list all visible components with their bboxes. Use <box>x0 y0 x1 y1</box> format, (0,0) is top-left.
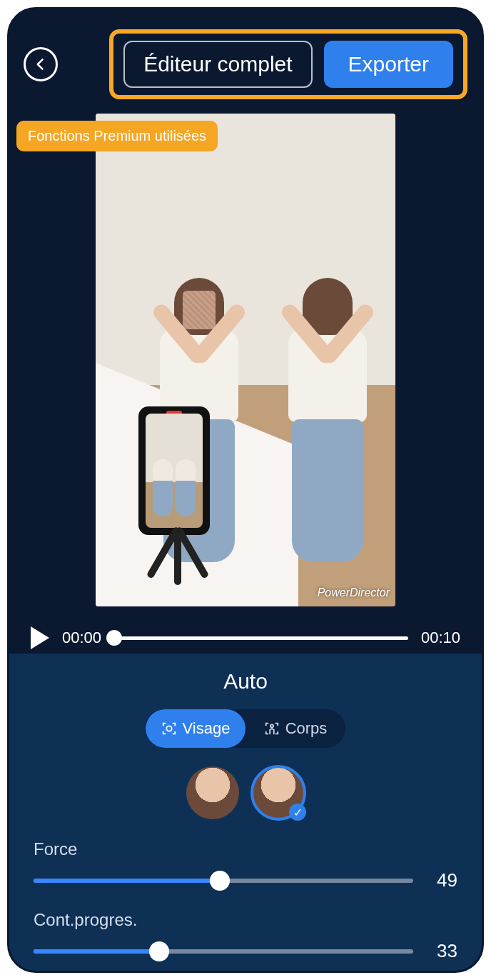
face-thumb-2[interactable] <box>252 766 305 819</box>
svg-point-0 <box>166 726 171 731</box>
slider-strength-value: 49 <box>429 869 457 891</box>
slider-feather-value: 33 <box>429 940 457 962</box>
segment-control: Visage Corps <box>146 709 345 748</box>
total-time: 00:10 <box>421 629 460 647</box>
slider-strength-row: Force 49 <box>34 839 457 891</box>
header: Éditeur complet Exporter <box>9 9 482 114</box>
panel-title: Auto <box>34 669 457 694</box>
video-preview: Fonctions Premium utilisées <box>9 114 482 614</box>
face-thumb-1[interactable] <box>186 766 239 819</box>
segment-face[interactable]: Visage <box>146 709 246 748</box>
face-selector <box>34 766 457 819</box>
back-button[interactable] <box>24 47 58 81</box>
slider-strength-thumb[interactable] <box>210 871 230 891</box>
face-scan-icon <box>161 721 177 736</box>
chevron-left-icon <box>34 57 48 71</box>
video-frame[interactable]: PowerDirector <box>96 114 395 606</box>
segment-body[interactable]: Corps <box>246 709 345 748</box>
full-editor-button[interactable]: Éditeur complet <box>123 41 312 88</box>
person-right <box>281 278 374 578</box>
watermark: PowerDirector <box>318 586 390 599</box>
slider-feather-row: Cont.progres. 33 <box>34 910 457 962</box>
body-scan-icon <box>264 721 280 736</box>
slider-feather-label: Cont.progres. <box>34 910 457 930</box>
segment-face-label: Visage <box>183 719 231 738</box>
play-button[interactable] <box>31 626 49 649</box>
slider-feather-thumb[interactable] <box>149 941 169 961</box>
phone-on-tripod <box>131 406 217 585</box>
premium-badge: Fonctions Premium utilisées <box>16 121 218 151</box>
export-button[interactable]: Exporter <box>324 41 453 88</box>
playback-bar: 00:00 00:10 <box>9 614 482 654</box>
header-highlight: Éditeur complet Exporter <box>109 29 467 99</box>
slider-feather[interactable] <box>34 949 413 954</box>
playback-track[interactable] <box>114 636 408 640</box>
slider-strength-label: Force <box>34 839 457 859</box>
slider-strength[interactable] <box>34 879 413 883</box>
current-time: 00:00 <box>62 629 101 647</box>
segment-body-label: Corps <box>285 719 328 738</box>
playback-thumb[interactable] <box>106 630 122 646</box>
svg-point-1 <box>270 724 273 727</box>
controls-panel: Auto Visage Corps Force 49 <box>9 654 482 973</box>
app-screen: Éditeur complet Exporter Fonctions Premi… <box>7 7 484 973</box>
